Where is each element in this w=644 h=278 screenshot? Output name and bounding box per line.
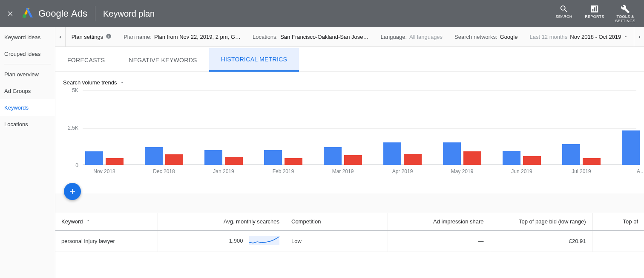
bar: [285, 158, 302, 165]
x-tick-label: Apr 2019: [379, 168, 426, 174]
tab-negative-keywords[interactable]: NEGATIVE KEYWORDS: [117, 49, 209, 71]
x-tick-label: May 2019: [439, 168, 486, 174]
bar: [562, 144, 580, 165]
nav-ad-groups[interactable]: Ad Groups: [0, 83, 55, 99]
nav-keywords[interactable]: Keywords: [0, 99, 55, 116]
chart-area: 5K2.5K0 Nov 2018Dec 2018Jan 2019Feb 2019…: [63, 90, 636, 180]
nav-plan-overview[interactable]: Plan overview: [0, 66, 55, 83]
col-competition[interactable]: Competition: [285, 213, 388, 231]
bar-group: [503, 151, 549, 165]
bar: [383, 142, 401, 165]
top-header: Google Ads Keyword plan SEARCH REPORTS T…: [0, 0, 644, 27]
language-setting[interactable]: Language: All languages: [375, 34, 449, 40]
bar: [85, 151, 103, 165]
info-icon: [106, 33, 112, 41]
table-row[interactable]: personal injury lawyer 1,900 Low — £20.9…: [55, 230, 644, 252]
x-tick-label: Jul 2019: [558, 168, 605, 174]
col-impression-share[interactable]: Ad impression share: [388, 213, 490, 231]
bar-group: [264, 150, 311, 165]
sparkline: [249, 236, 279, 246]
x-tick-label: Jan 2019: [200, 168, 247, 174]
chart-metric-dropdown[interactable]: Search volume trends: [63, 79, 124, 86]
svg-rect-5: [596, 6, 597, 11]
chevron-left-icon: [58, 35, 63, 40]
bar-group: [622, 130, 644, 165]
x-axis-labels: Nov 2018Dec 2018Jan 2019Feb 2019Mar 2019…: [83, 165, 636, 180]
svg-rect-4: [594, 7, 595, 11]
add-keyword-fab[interactable]: [64, 183, 81, 200]
tab-historical-metrics[interactable]: HISTORICAL METRICS: [209, 48, 299, 72]
bar-group: [443, 142, 490, 165]
nav-grouped-ideas[interactable]: Grouped ideas: [0, 46, 55, 62]
chart-plot: [83, 90, 636, 165]
bar: [204, 150, 222, 165]
bar: [583, 158, 601, 165]
close-icon: [6, 10, 14, 17]
x-tick-label: Nov 2018: [81, 168, 128, 174]
daterange-prev[interactable]: [634, 27, 644, 47]
daterange-setting[interactable]: Last 12 months Nov 2018 - Oct 2019: [523, 34, 634, 40]
bar: [463, 151, 481, 165]
product-name: Google Ads: [38, 8, 87, 19]
bar-group: [85, 151, 132, 165]
wrench-icon: [621, 4, 630, 14]
plan-settings-label[interactable]: Plan settings: [66, 33, 118, 41]
page-title: Keyword plan: [103, 9, 155, 19]
tab-forecasts[interactable]: FORECASTS: [55, 49, 117, 71]
product-suffix: Ads: [71, 8, 87, 19]
chevron-down-icon: [624, 34, 628, 40]
plan-settings-bar: Plan settings Plan name: Plan from Nov 2…: [55, 27, 644, 47]
divider: [95, 6, 95, 21]
bar: [344, 155, 362, 165]
search-button[interactable]: SEARCH: [553, 4, 575, 19]
cell-top-bid-low: £20.91: [490, 230, 592, 252]
search-icon: [559, 4, 569, 14]
bar: [523, 156, 541, 165]
y-tick-label: 2.5K: [68, 125, 78, 131]
bar: [165, 154, 183, 165]
bar: [324, 147, 342, 165]
cell-avg-searches: 1,900: [158, 230, 285, 252]
y-axis: 5K2.5K0: [63, 90, 80, 165]
keyword-table: Keyword Avg. monthly searches Competitio…: [55, 213, 644, 252]
plan-name-setting[interactable]: Plan name: Plan from Nov 22, 2019, 2 pm,…: [118, 34, 247, 40]
networks-setting[interactable]: Search networks: Google: [448, 34, 523, 40]
bar-group: [562, 144, 609, 165]
x-tick-label: A…: [618, 168, 644, 174]
tools-settings-button[interactable]: TOOLS & SETTINGS: [614, 4, 636, 23]
nav-separator: [4, 64, 51, 64]
cell-keyword: personal injury lawyer: [55, 230, 158, 252]
reports-label: REPORTS: [585, 15, 604, 19]
y-tick-label: 5K: [72, 87, 78, 93]
tools-label: TOOLS & SETTINGS: [614, 15, 636, 23]
y-tick-label: 0: [75, 162, 78, 168]
settings-scroll-left[interactable]: [55, 27, 66, 47]
col-avg-searches[interactable]: Avg. monthly searches: [158, 213, 285, 231]
bar-group: [204, 150, 251, 165]
col-top-bid-high-truncated[interactable]: Top of: [592, 213, 644, 231]
col-top-bid-low[interactable]: Top of page bid (low range): [490, 213, 592, 231]
nav-locations[interactable]: Locations: [0, 116, 55, 133]
close-button[interactable]: [0, 10, 20, 17]
bar: [225, 157, 243, 165]
bar: [503, 151, 520, 165]
svg-point-2: [23, 14, 26, 18]
nav-keyword-ideas[interactable]: Keyword ideas: [0, 29, 55, 46]
bar: [106, 158, 124, 165]
product-prefix: Google: [38, 8, 69, 19]
svg-rect-6: [249, 236, 279, 245]
reports-button[interactable]: REPORTS: [584, 4, 606, 19]
plan-tabs: FORECASTS NEGATIVE KEYWORDS HISTORICAL M…: [55, 47, 644, 72]
bar: [443, 142, 461, 165]
bar: [145, 147, 163, 165]
reports-icon: [590, 4, 599, 14]
google-ads-logo-icon: [22, 7, 33, 20]
bar: [264, 150, 282, 165]
locations-setting[interactable]: Locations: San Francisco-Oakland-San Jos…: [247, 34, 375, 40]
left-navigation: Keyword ideas Grouped ideas Plan overvie…: [0, 27, 55, 278]
col-keyword[interactable]: Keyword: [55, 213, 158, 231]
chevron-left-icon: [637, 35, 642, 40]
sort-ascending-icon: [84, 218, 90, 225]
gridline: [83, 91, 636, 91]
product-brand: Google Ads: [20, 7, 87, 20]
